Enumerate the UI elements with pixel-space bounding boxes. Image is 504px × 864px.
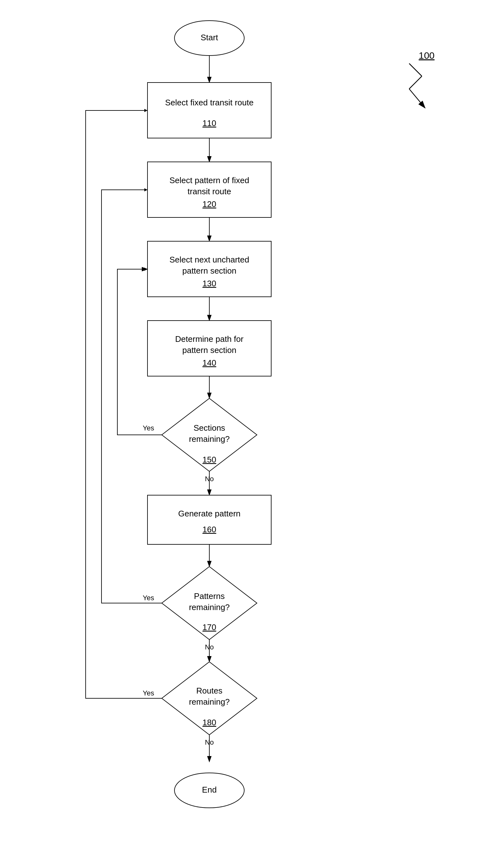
- svg-line-1: [409, 63, 422, 76]
- diamond-150-text2: remaining?: [189, 434, 230, 444]
- box-140-step: 140: [202, 358, 216, 368]
- reference-number: 100: [409, 50, 434, 108]
- label-150-yes: Yes: [143, 424, 154, 432]
- box-140: Determine path for pattern section 140: [147, 321, 271, 376]
- box-110: Select fixed transit route 110: [147, 83, 271, 138]
- box-130-text2: pattern section: [182, 266, 237, 276]
- ref-number-text: 100: [419, 50, 434, 61]
- box-160-text1: Generate pattern: [178, 509, 241, 518]
- box-120: Select pattern of fixed transit route 12…: [147, 162, 271, 217]
- label-170-yes: Yes: [143, 594, 154, 602]
- box-120-text1: Select pattern of fixed: [169, 176, 249, 185]
- diamond-150-step: 150: [202, 455, 216, 464]
- svg-rect-10: [147, 495, 271, 544]
- arrowhead-150-yes: [144, 267, 147, 271]
- svg-line-3: [409, 89, 425, 108]
- start-label: Start: [201, 33, 219, 42]
- svg-line-2: [409, 76, 422, 89]
- svg-rect-5: [147, 83, 271, 138]
- arrowhead-180-yes: [144, 109, 147, 112]
- box-130-text1: Select next uncharted: [169, 255, 249, 264]
- diamond-170: Patterns remaining? 170: [162, 567, 257, 639]
- label-180-yes: Yes: [143, 689, 154, 697]
- diamond-170-text2: remaining?: [189, 602, 230, 612]
- box-160: Generate pattern 160: [147, 495, 271, 544]
- box-140-text2: pattern section: [182, 345, 237, 355]
- diamond-180: Routes remaining? 180: [162, 662, 257, 735]
- flowchart-diagram: 100 Start Select fixed transit route 110…: [0, 0, 504, 864]
- box-140-text1: Determine path for: [175, 334, 244, 344]
- end-node: End: [174, 773, 244, 808]
- diamond-180-text1: Routes: [196, 686, 222, 695]
- box-120-step: 120: [202, 199, 216, 209]
- box-130-step: 130: [202, 279, 216, 288]
- diamond-150-text1: Sections: [194, 423, 225, 433]
- arrowhead-170-yes: [144, 188, 147, 191]
- diamond-170-text1: Patterns: [194, 591, 225, 601]
- diamond-180-step: 180: [202, 718, 216, 727]
- diamond-150: Sections remaining? 150: [162, 398, 257, 471]
- box-160-step: 160: [202, 525, 216, 534]
- diamond-170-step: 170: [202, 622, 216, 632]
- diamond-180-text2: remaining?: [189, 697, 230, 707]
- box-110-step: 110: [202, 118, 216, 128]
- box-130: Select next uncharted pattern section 13…: [147, 241, 271, 297]
- box-110-text1: Select fixed transit route: [165, 98, 254, 107]
- box-120-text2: transit route: [187, 187, 231, 196]
- start-node: Start: [174, 21, 244, 56]
- end-label: End: [202, 785, 217, 794]
